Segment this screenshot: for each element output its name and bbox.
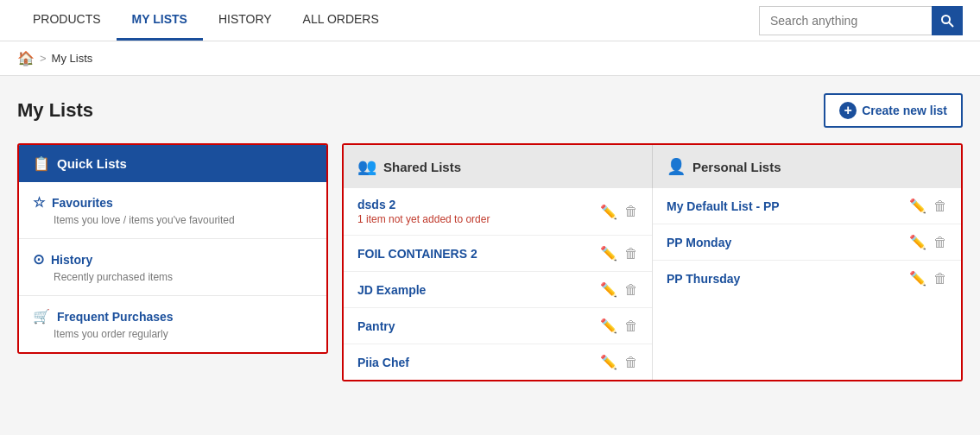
svg-point-0 [942, 16, 950, 23]
clock-icon: ⊙ [33, 251, 44, 268]
search-input[interactable] [759, 6, 932, 35]
list-item: PP Monday ✏️ 🗑 [653, 224, 961, 261]
edit-icon[interactable]: ✏️ [600, 318, 617, 334]
svg-line-1 [949, 22, 953, 27]
lists-container: 📋 Quick Lists ☆ Favourites Items you lov… [17, 143, 963, 381]
nav-tabs: PRODUCTS MY LISTS HISTORY ALL ORDERS [17, 0, 395, 41]
list-name[interactable]: PP Thursday [667, 272, 909, 286]
personal-lists-icon: 👤 [667, 157, 686, 176]
create-button-label: Create new list [862, 104, 947, 117]
quick-lists-title: Quick Lists [57, 156, 127, 171]
search-icon [940, 14, 954, 28]
page-title: My Lists [17, 99, 93, 122]
star-icon: ☆ [33, 194, 45, 211]
shared-lists-column: dsds 2 1 item not yet added to order ✏️ … [344, 188, 653, 380]
favourites-title: ☆ Favourites [33, 194, 313, 211]
list-name[interactable]: My Default List - PP [667, 199, 909, 213]
edit-icon[interactable]: ✏️ [600, 281, 617, 298]
list-item: My Default List - PP ✏️ 🗑 [653, 188, 961, 224]
delete-icon[interactable]: 🗑 [933, 199, 947, 214]
personal-lists-title: Personal Lists [692, 160, 781, 174]
edit-icon[interactable]: ✏️ [909, 270, 926, 287]
delete-icon[interactable]: 🗑 [624, 318, 638, 334]
delete-icon[interactable]: 🗑 [933, 271, 947, 287]
list-sub: 1 item not yet added to order [357, 213, 600, 225]
delete-icon[interactable]: 🗑 [624, 282, 638, 298]
list-name[interactable]: Pantry [357, 319, 600, 333]
lists-headers: 👥 Shared Lists 👤 Personal Lists [344, 145, 961, 188]
personal-lists-column: My Default List - PP ✏️ 🗑 PP Monday ✏️ [653, 188, 961, 380]
edit-icon[interactable]: ✏️ [600, 354, 617, 370]
personal-lists-header: 👤 Personal Lists [653, 145, 961, 188]
list-name[interactable]: PP Monday [667, 236, 909, 249]
nav-tab-allorders[interactable]: ALL ORDERS [288, 0, 395, 41]
edit-icon[interactable]: ✏️ [600, 204, 617, 220]
plus-icon: + [839, 102, 857, 119]
shared-lists-header: 👥 Shared Lists [344, 145, 653, 188]
top-navigation: PRODUCTS MY LISTS HISTORY ALL ORDERS [0, 0, 980, 41]
page-header: My Lists + Create new list [17, 93, 963, 128]
history-title: ⊙ History [33, 251, 313, 268]
edit-icon[interactable]: ✏️ [909, 198, 926, 214]
frequent-title: 🛒 Frequent Purchases [33, 308, 313, 325]
history-label: History [51, 253, 92, 267]
quick-list-item-frequent[interactable]: 🛒 Frequent Purchases Items you order reg… [19, 296, 326, 352]
search-bar [759, 6, 963, 35]
frequent-label: Frequent Purchases [57, 310, 174, 324]
quick-list-item-history[interactable]: ⊙ History Recently purchased items [19, 239, 326, 296]
edit-icon[interactable]: ✏️ [600, 245, 617, 262]
delete-icon[interactable]: 🗑 [624, 204, 638, 219]
lists-body: dsds 2 1 item not yet added to order ✏️ … [344, 188, 961, 380]
delete-icon[interactable]: 🗑 [933, 235, 947, 250]
search-button[interactable] [932, 6, 963, 35]
shared-lists-icon: 👥 [357, 157, 376, 176]
favourites-label: Favourites [52, 196, 113, 210]
quick-lists-header: 📋 Quick Lists [19, 145, 326, 182]
list-name[interactable]: Piia Chef [357, 356, 600, 369]
list-name[interactable]: dsds 2 [357, 198, 600, 211]
quick-lists-section: 📋 Quick Lists ☆ Favourites Items you lov… [17, 143, 328, 354]
quick-lists-icon: 📋 [33, 155, 50, 172]
quick-list-item-favourites[interactable]: ☆ Favourites Items you love / items you'… [19, 182, 326, 239]
nav-tab-mylists[interactable]: MY LISTS [117, 0, 203, 41]
delete-icon[interactable]: 🗑 [624, 246, 638, 262]
breadcrumb-current: My Lists [52, 52, 93, 65]
breadcrumb: 🏠 > My Lists [0, 41, 980, 76]
list-name[interactable]: FOIL CONTAINERS 2 [357, 247, 600, 261]
list-item: Piia Chef ✏️ 🗑 [344, 344, 652, 380]
list-item: FOIL CONTAINERS 2 ✏️ 🗑 [344, 236, 652, 272]
frequent-desc: Items you order regularly [54, 328, 313, 340]
create-new-list-button[interactable]: + Create new list [824, 93, 963, 128]
favourites-desc: Items you love / items you've favourited [54, 214, 313, 226]
list-item: dsds 2 1 item not yet added to order ✏️ … [344, 188, 652, 236]
cart-icon: 🛒 [33, 308, 50, 325]
list-item: PP Thursday ✏️ 🗑 [653, 261, 961, 296]
history-desc: Recently purchased items [54, 271, 313, 283]
delete-icon[interactable]: 🗑 [624, 355, 638, 370]
shared-lists-title: Shared Lists [383, 160, 461, 174]
right-lists-section: 👥 Shared Lists 👤 Personal Lists dsds 2 1… [342, 143, 963, 381]
list-item: JD Example ✏️ 🗑 [344, 272, 652, 308]
page-content: My Lists + Create new list 📋 Quick Lists… [0, 76, 980, 399]
breadcrumb-separator: > [40, 52, 47, 65]
list-item: Pantry ✏️ 🗑 [344, 308, 652, 344]
home-icon[interactable]: 🏠 [17, 50, 35, 66]
edit-icon[interactable]: ✏️ [909, 234, 926, 250]
list-name[interactable]: JD Example [357, 283, 600, 297]
nav-tab-history[interactable]: HISTORY [203, 0, 288, 41]
nav-tab-products[interactable]: PRODUCTS [17, 0, 117, 41]
